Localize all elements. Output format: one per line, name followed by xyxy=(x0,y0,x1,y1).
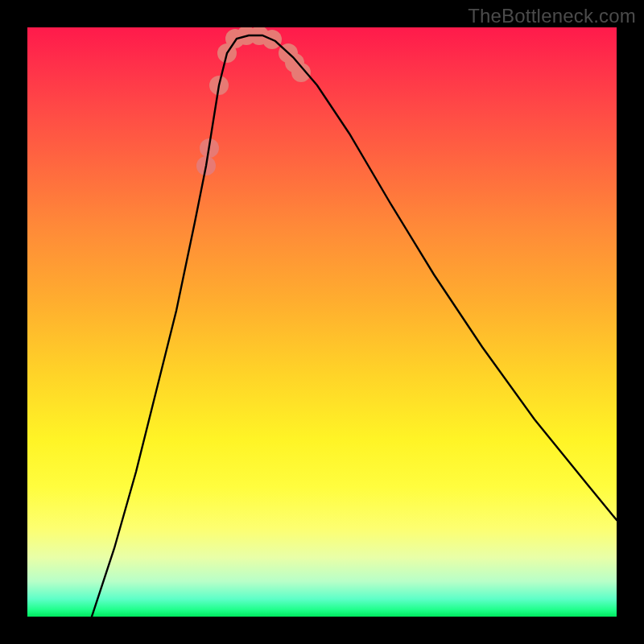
chart-frame: TheBottleneck.com xyxy=(0,0,644,644)
bottleneck-curve xyxy=(92,35,617,617)
curve-layer xyxy=(27,27,617,617)
plot-area xyxy=(27,27,617,617)
watermark-text: TheBottleneck.com xyxy=(468,5,636,27)
highlight-dots xyxy=(196,27,311,175)
